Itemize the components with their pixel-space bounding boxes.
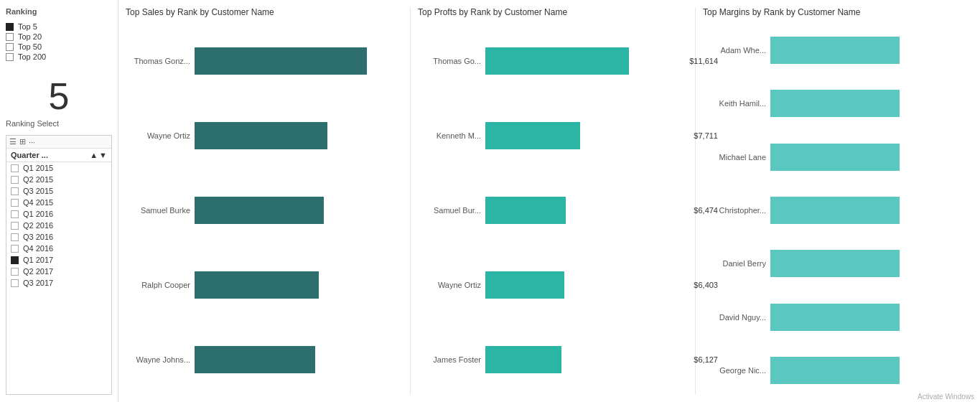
slicer-container: ☰ ⊞ ··· Quarter ... ▲ ▼ Q1 2015Q2 2015Q3… xyxy=(6,135,112,395)
slicer-checkbox[interactable] xyxy=(11,164,19,172)
bar-label: Michael Lane xyxy=(703,153,766,162)
bar-label: Adam Whe... xyxy=(703,46,766,55)
bar-row: Adam Whe...50% xyxy=(703,37,973,64)
slicer-checkbox[interactable] xyxy=(11,199,19,207)
bar-value: $18,539 xyxy=(318,355,347,364)
slicer-item[interactable]: Q1 2016 xyxy=(6,208,111,220)
slicer-item[interactable]: Q3 2017 xyxy=(6,277,111,289)
bar-fill xyxy=(485,271,564,299)
chart-panel-2: Top Margins by Rank by Customer NameAdam… xyxy=(696,7,980,395)
ranking-select-label: Ranking Select xyxy=(6,119,112,128)
bar-value: $26,350 xyxy=(370,57,398,65)
slicer-toolbar: ☰ ⊞ ··· xyxy=(6,136,111,149)
bar-fill xyxy=(195,47,367,75)
bar-row: Wayne Ortiz$6,403 xyxy=(418,271,688,299)
bar-value: $20,362 xyxy=(330,131,359,140)
ranking-checkbox[interactable] xyxy=(6,33,14,41)
slicer-more-icon[interactable]: ··· xyxy=(29,138,35,146)
bar-label: George Nic... xyxy=(703,366,766,375)
slicer-item[interactable]: Q2 2017 xyxy=(6,266,111,277)
slicer-checkbox[interactable] xyxy=(11,256,19,264)
bar-track: 50% xyxy=(770,357,973,384)
bar-row: James Foster$6,127 xyxy=(418,346,688,373)
bar-chart-2: Adam Whe...50%Keith Hamil...50%Michael L… xyxy=(703,26,973,395)
slicer-item[interactable]: Q1 2015 xyxy=(6,162,111,174)
bar-label: Keith Hamil... xyxy=(703,99,766,108)
chart-title-1: Top Profts by Rank by Customer Name xyxy=(418,7,688,17)
slicer-checkbox[interactable] xyxy=(11,222,19,230)
bar-fill xyxy=(770,37,900,64)
ranking-item[interactable]: Top 20 xyxy=(6,32,112,42)
bar-row: David Nguy...50% xyxy=(703,304,973,331)
sort-asc-icon[interactable]: ▲ xyxy=(90,151,98,159)
slicer-checkbox[interactable] xyxy=(11,187,19,195)
bar-fill xyxy=(485,122,580,149)
slicer-sort-arrows[interactable]: ▲ ▼ xyxy=(90,151,107,159)
bar-track: $7,711 xyxy=(485,122,688,149)
bar-fill xyxy=(485,346,561,373)
slicer-item[interactable]: Q4 2015 xyxy=(6,197,111,208)
slicer-item[interactable]: Q2 2016 xyxy=(6,220,111,231)
bar-row: George Nic...50% xyxy=(703,357,973,384)
bar-track: 50% xyxy=(770,37,973,64)
bar-value: $6,403 xyxy=(694,281,718,289)
bar-fill xyxy=(770,304,900,331)
slicer-item[interactable]: Q4 2016 xyxy=(6,243,111,254)
bar-fill xyxy=(770,197,900,224)
sort-desc-icon[interactable]: ▼ xyxy=(99,151,107,159)
slicer-item[interactable]: Q2 2015 xyxy=(6,174,111,185)
slicer-checkbox[interactable] xyxy=(11,245,19,253)
bar-row: Ralph Cooper$19,069 xyxy=(126,271,403,299)
bar-fill xyxy=(195,197,324,224)
slicer-checkbox[interactable] xyxy=(11,268,19,276)
bar-track: $6,127 xyxy=(485,346,688,373)
slicer-checkbox[interactable] xyxy=(11,210,19,218)
bar-track: $6,403 xyxy=(485,271,688,299)
bar-value: $6,474 xyxy=(694,206,718,215)
bar-label: Kenneth M... xyxy=(418,131,481,140)
slicer-item-label: Q4 2016 xyxy=(23,244,53,253)
bar-value: $19,780 xyxy=(327,206,355,215)
bar-label: Thomas Gonz... xyxy=(126,57,190,65)
bar-track: 50% xyxy=(770,90,973,117)
slicer-checkbox[interactable] xyxy=(11,233,19,241)
slicer-item[interactable]: Q1 2017 xyxy=(6,254,111,266)
ranking-item[interactable]: Top 5 xyxy=(6,22,112,32)
bar-row: Thomas Gonz...$26,350 xyxy=(126,47,403,75)
slicer-header: Quarter ... ▲ ▼ xyxy=(6,149,111,162)
bar-label: Ralph Cooper xyxy=(126,281,190,289)
slicer-item-label: Q1 2015 xyxy=(23,164,53,172)
bar-row: Christopher...50% xyxy=(703,197,973,224)
chart-panel-1: Top Profts by Rank by Customer NameThoma… xyxy=(411,7,696,395)
bar-label: Wayne Johns... xyxy=(126,355,190,364)
bar-value: $11,614 xyxy=(689,57,718,65)
ranking-item[interactable]: Top 200 xyxy=(6,52,112,62)
bar-track: $18,539 xyxy=(195,346,403,373)
bar-label: Wayne Ortiz xyxy=(126,131,190,140)
ranking-item[interactable]: Top 50 xyxy=(6,42,112,52)
slicer-item-label: Q1 2016 xyxy=(23,210,53,218)
slicer-item[interactable]: Q3 2016 xyxy=(6,231,111,243)
slicer-grid-icon[interactable]: ⊞ xyxy=(19,137,26,146)
ranking-item-label: Top 20 xyxy=(18,32,42,41)
slicer-item[interactable]: Q3 2015 xyxy=(6,185,111,197)
bar-track: 50% xyxy=(770,197,973,224)
bar-label: Wayne Ortiz xyxy=(418,281,481,289)
ranking-checkbox[interactable] xyxy=(6,53,14,61)
slicer-item-label: Q3 2015 xyxy=(23,187,53,195)
slicer-checkbox[interactable] xyxy=(11,279,19,287)
activate-windows-text: Activate Windows xyxy=(918,393,974,401)
slicer-list-icon[interactable]: ☰ xyxy=(9,137,17,146)
bar-track: 50% xyxy=(770,144,973,171)
bar-fill xyxy=(195,122,327,149)
bar-track: 50% xyxy=(770,304,973,331)
bar-fill xyxy=(485,197,566,224)
ranking-item-label: Top 200 xyxy=(18,52,46,61)
bar-row: Michael Lane50% xyxy=(703,144,973,171)
ranking-checkbox[interactable] xyxy=(6,43,14,51)
slicer-checkbox[interactable] xyxy=(11,176,19,184)
chart-title-2: Top Margins by Rank by Customer Name xyxy=(703,7,973,17)
ranking-checkbox[interactable] xyxy=(6,23,14,31)
bar-track: $26,350 xyxy=(195,47,403,75)
bar-label: Thomas Go... xyxy=(418,57,481,65)
